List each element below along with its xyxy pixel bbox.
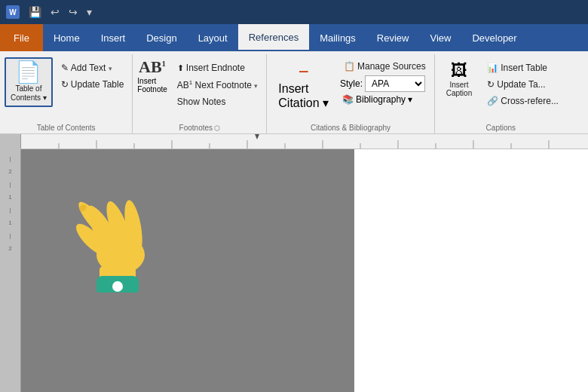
add-text-label: Add Text ▾ xyxy=(71,63,112,73)
svg-rect-23 xyxy=(96,276,139,292)
table-of-contents-button[interactable]: 📄 Table ofContents ▾ xyxy=(5,57,53,107)
add-text-icon: ✎ xyxy=(61,63,69,73)
ruler-main xyxy=(21,134,588,149)
bibliography-label: Bibliography ▾ xyxy=(356,94,412,105)
menu-item-developer[interactable]: Developer xyxy=(461,24,527,51)
update-table-button[interactable]: ↻ Update Table xyxy=(57,77,128,92)
menu-item-view[interactable]: View xyxy=(419,24,461,51)
update-table2-label: Update Ta... xyxy=(497,79,546,90)
style-row: Style: APA MLA Chicago xyxy=(340,75,430,92)
document-page xyxy=(354,149,588,392)
insert-endnote-icon: ⬆ xyxy=(177,63,184,73)
menu-item-mailings[interactable]: Mailings xyxy=(309,24,366,51)
svg-point-24 xyxy=(112,281,123,292)
document-area: | 2 | 1 | 1 | 2 xyxy=(0,149,588,392)
menu-item-file[interactable]: File xyxy=(0,24,43,51)
svg-point-19 xyxy=(121,199,145,255)
menu-item-layout[interactable]: Layout xyxy=(188,24,238,51)
captions-group-label: Captions xyxy=(486,121,516,132)
ribbon-group-citations: − InsertCitation ▾ 📋 Manage Sources Styl… xyxy=(267,54,434,133)
menu-item-home[interactable]: Home xyxy=(43,24,90,51)
style-select[interactable]: APA MLA Chicago xyxy=(365,75,425,92)
footnotes-expand-icon[interactable]: ⬡ xyxy=(214,124,220,132)
manage-sources-button[interactable]: 📋 Manage Sources xyxy=(340,59,430,74)
document-main xyxy=(21,149,588,392)
svg-rect-22 xyxy=(100,266,136,281)
insert-citation-icon: − xyxy=(299,61,309,82)
insert-table-button[interactable]: 📊 Insert Table xyxy=(483,60,562,75)
insert-table-label: Insert Table xyxy=(501,63,547,73)
next-footnote-button[interactable]: AB1 Next Footnote ▾ xyxy=(173,77,262,93)
toc-icon: 📄 xyxy=(15,62,41,83)
menu-item-references[interactable]: References xyxy=(238,24,309,51)
menu-bar: File Home Insert Design Layout Reference… xyxy=(0,24,588,51)
svg-point-25 xyxy=(75,198,116,244)
ribbon-group-toc: 📄 Table ofContents ▾ ✎ Add Text ▾ ↻ Upda… xyxy=(0,54,133,133)
svg-point-18 xyxy=(102,199,137,259)
svg-point-20 xyxy=(72,219,112,260)
update-table-icon: ↻ xyxy=(61,79,69,90)
insert-endnote-button[interactable]: ⬆ Insert Endnote xyxy=(173,60,262,75)
menu-item-design[interactable]: Design xyxy=(136,24,187,51)
show-notes-label: Show Notes xyxy=(177,96,226,107)
insert-caption-icon: 🖼 xyxy=(451,61,467,81)
title-bar: W 💾 ↩ ↪ ▾ xyxy=(0,0,588,24)
update-table2-icon: ↻ xyxy=(487,79,495,90)
svg-rect-0 xyxy=(21,134,588,149)
insert-citation-label: InsertCitation ▾ xyxy=(278,82,329,110)
style-label: Style: xyxy=(340,78,363,89)
cross-reference-button[interactable]: 🔗 Cross-refere... xyxy=(483,93,562,109)
toc-label: Table ofContents ▾ xyxy=(11,84,47,103)
undo-button[interactable]: ↩ xyxy=(47,5,63,20)
menu-item-review[interactable]: Review xyxy=(366,24,420,51)
quick-access-toolbar: 💾 ↩ ↪ ▾ xyxy=(26,5,95,20)
next-footnote-label: AB1 Next Footnote ▾ xyxy=(177,79,259,90)
insert-table-icon: 📊 xyxy=(487,63,498,73)
manage-sources-label: Manage Sources xyxy=(357,61,426,72)
redo-button[interactable]: ↪ xyxy=(66,5,81,20)
update-table2-button[interactable]: ↻ Update Ta... xyxy=(483,77,562,92)
ruler xyxy=(0,134,588,149)
save-button[interactable]: 💾 xyxy=(26,5,44,20)
svg-point-21 xyxy=(96,236,145,274)
insert-footnote-icon: AB1 xyxy=(139,59,166,75)
svg-point-26 xyxy=(78,204,88,213)
document-sidebar: | 2 | 1 | 1 | 2 xyxy=(0,149,21,392)
ruler-side-left xyxy=(0,134,21,149)
insert-endnote-label: Insert Endnote xyxy=(186,63,245,73)
show-notes-button[interactable]: Show Notes xyxy=(173,94,262,109)
insert-citation-button[interactable]: − InsertCitation ▾ xyxy=(271,57,335,114)
bibliography-button[interactable]: 📚 Bibliography ▾ xyxy=(340,93,430,106)
svg-point-17 xyxy=(81,201,127,262)
add-text-button[interactable]: ✎ Add Text ▾ xyxy=(57,60,128,75)
cross-reference-label: Cross-refere... xyxy=(501,96,559,106)
ribbon-group-captions: 🖼 InsertCaption 📊 Insert Table ↻ Update … xyxy=(435,54,567,133)
menu-item-insert[interactable]: Insert xyxy=(90,24,136,51)
ribbon: 📄 Table ofContents ▾ ✎ Add Text ▾ ↻ Upda… xyxy=(0,51,588,134)
update-table-label: Update Table xyxy=(71,79,124,90)
bibliography-icon: 📚 xyxy=(342,94,354,105)
citations-group-label: Citations & Bibliography xyxy=(311,121,390,132)
toc-group-label: Table of Contents xyxy=(37,121,96,132)
hand-cursor-overlay xyxy=(59,172,179,292)
ribbon-group-footnotes: AB1 InsertFootnote ⬆ Insert Endnote AB1 … xyxy=(133,54,267,133)
insert-footnote-label: InsertFootnote xyxy=(137,77,167,93)
manage-sources-icon: 📋 xyxy=(344,61,355,72)
customize-button[interactable]: ▾ xyxy=(84,5,95,20)
app-icon: W xyxy=(6,5,20,19)
cross-reference-icon: 🔗 xyxy=(487,96,498,106)
insert-caption-label: InsertCaption xyxy=(446,81,472,97)
insert-caption-button[interactable]: 🖼 InsertCaption xyxy=(439,57,479,101)
footnotes-group-label: Footnotes ⬡ xyxy=(179,121,220,132)
